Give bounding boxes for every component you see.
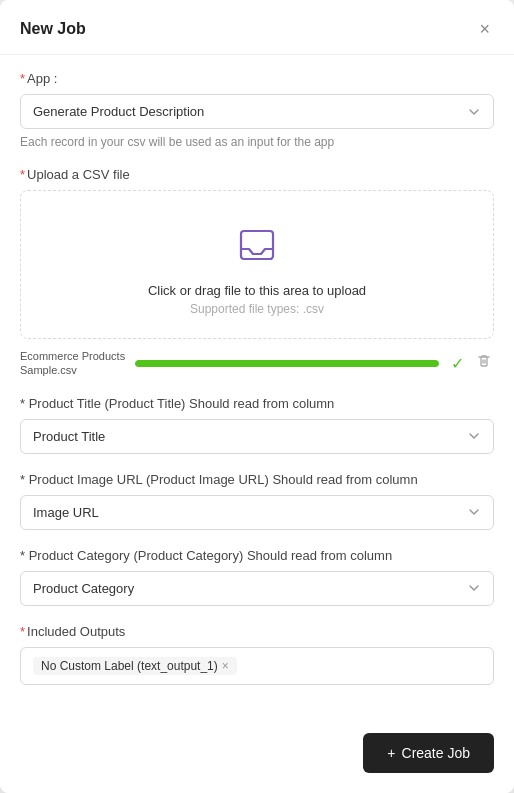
app-hint: Each record in your csv will be used as … (20, 135, 494, 149)
chevron-down-icon (467, 429, 481, 443)
close-button[interactable]: × (475, 18, 494, 40)
create-btn-label: Create Job (402, 745, 470, 761)
create-btn-icon: + (387, 745, 395, 761)
app-section: *App : Generate Product Description Each… (20, 71, 494, 149)
product-category-select-display[interactable]: Product Category (21, 572, 493, 605)
outputs-required-star: * (20, 624, 25, 639)
file-name-line1: Ecommerce Products (20, 349, 125, 363)
app-required-star: * (20, 71, 25, 86)
chevron-down-icon (467, 505, 481, 519)
file-name-line2: Sample.csv (20, 363, 125, 377)
product-title-label: * Product Title (Product Title) Should r… (20, 396, 494, 411)
output-tag-close[interactable]: × (222, 659, 229, 673)
product-category-select[interactable]: Product Category (20, 571, 494, 606)
modal-body: *App : Generate Product Description Each… (0, 55, 514, 719)
product-image-section: * Product Image URL (Product Image URL) … (20, 472, 494, 530)
delete-file-button[interactable] (474, 353, 494, 373)
product-category-value: Product Category (33, 581, 134, 596)
trash-icon (476, 353, 492, 369)
upload-subtext: Supported file types: .csv (190, 302, 324, 316)
chevron-down-icon (467, 105, 481, 119)
progress-bar-wrapper (135, 360, 439, 367)
product-title-select[interactable]: Product Title (20, 419, 494, 454)
product-title-select-display[interactable]: Product Title (21, 420, 493, 453)
app-selected-value: Generate Product Description (33, 104, 204, 119)
upload-label: *Upload a CSV file (20, 167, 494, 182)
modal-title: New Job (20, 20, 86, 38)
product-image-select[interactable]: Image URL (20, 495, 494, 530)
product-category-label: * Product Category (Product Category) Sh… (20, 548, 494, 563)
upload-icon (233, 219, 281, 271)
new-job-modal: New Job × *App : Generate Product Descri… (0, 0, 514, 793)
upload-dropzone[interactable]: Click or drag file to this area to uploa… (20, 190, 494, 339)
app-select[interactable]: Generate Product Description (20, 94, 494, 129)
output-tag-label: No Custom Label (text_output_1) (41, 659, 218, 673)
upload-required-star: * (20, 167, 25, 182)
included-outputs-label: *Included Outputs (20, 624, 494, 639)
app-label: *App : (20, 71, 494, 86)
product-category-section: * Product Category (Product Category) Sh… (20, 548, 494, 606)
product-title-value: Product Title (33, 429, 105, 444)
upload-text: Click or drag file to this area to uploa… (148, 283, 366, 298)
product-image-label: * Product Image URL (Product Image URL) … (20, 472, 494, 487)
modal-header: New Job × (0, 0, 514, 55)
upload-section: *Upload a CSV file Click or drag file to… (20, 167, 494, 378)
product-image-select-display[interactable]: Image URL (21, 496, 493, 529)
file-info: Ecommerce Products Sample.csv (20, 349, 125, 378)
included-outputs-section: *Included Outputs No Custom Label (text_… (20, 624, 494, 685)
file-row: Ecommerce Products Sample.csv ✓ (20, 349, 494, 378)
create-job-button[interactable]: + Create Job (363, 733, 494, 773)
output-tag: No Custom Label (text_output_1) × (33, 657, 237, 675)
progress-check-icon: ✓ (451, 354, 464, 373)
product-title-section: * Product Title (Product Title) Should r… (20, 396, 494, 454)
app-select-display[interactable]: Generate Product Description (21, 95, 493, 128)
product-image-value: Image URL (33, 505, 99, 520)
chevron-down-icon (467, 581, 481, 595)
modal-footer: + Create Job (0, 719, 514, 793)
progress-bar-fill (135, 360, 439, 367)
outputs-tag-input[interactable]: No Custom Label (text_output_1) × (20, 647, 494, 685)
